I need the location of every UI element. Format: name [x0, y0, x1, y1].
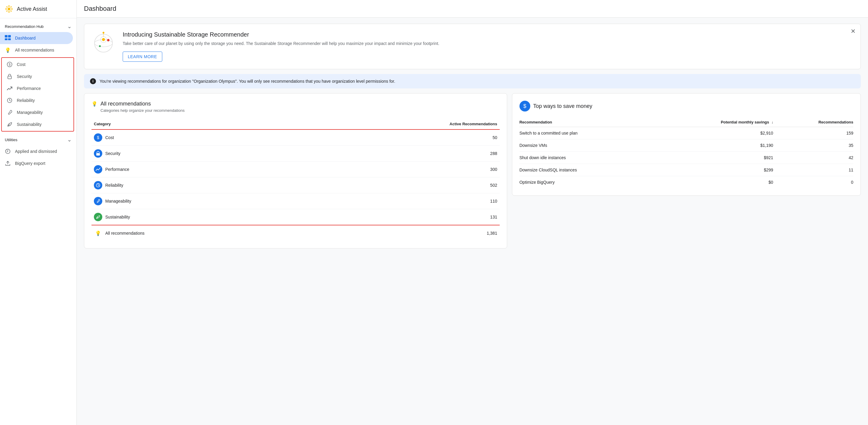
sidebar-item-all-recommendations[interactable]: 💡 All recommendations	[0, 44, 73, 56]
sidebar-item-dashboard[interactable]: Dashboard	[0, 32, 73, 44]
category-cell-cost: $ Cost	[94, 133, 299, 142]
sidebar-item-cost[interactable]: $ Cost	[2, 59, 73, 70]
sidebar-item-security[interactable]: Security	[2, 70, 73, 83]
savings-row[interactable]: Downsize VMs $1,190 35	[520, 139, 853, 152]
savings-amount-2: $921	[653, 152, 773, 164]
savings-title-row: $ Top ways to save money	[520, 101, 853, 111]
svg-rect-23	[96, 153, 100, 156]
banner-text-area: Introducing Sustainable Storage Recommen…	[123, 31, 853, 62]
cost-row-label: Cost	[105, 135, 114, 140]
table-row[interactable]: Manageability 110	[91, 193, 500, 209]
recommendations-card: 💡 All recommendations Categories help or…	[84, 93, 507, 249]
trending-up-icon	[7, 86, 12, 91]
table-row[interactable]: Sustainability 131	[91, 209, 500, 225]
cards-row: 💡 All recommendations Categories help or…	[84, 93, 861, 249]
manageability-cat-icon	[94, 197, 102, 205]
savings-table: Recommendation Potential monthly savings…	[520, 118, 853, 188]
rec-card-subtitle: Categories help organize your recommenda…	[91, 108, 500, 113]
svg-point-15	[94, 34, 113, 52]
category-cell-all: 💡 All recommendations	[94, 229, 299, 237]
leaf-icon	[7, 121, 12, 127]
reliability-cat-icon	[94, 181, 102, 189]
recommendation-hub-header[interactable]: Recommendation Hub ⌄	[0, 18, 76, 32]
savings-row[interactable]: Shut down idle instances $921 42	[520, 152, 853, 164]
upload-icon	[5, 160, 11, 166]
svg-text:$: $	[9, 63, 10, 66]
banner-title: Introducing Sustainable Storage Recommen…	[123, 31, 853, 38]
history-icon	[5, 149, 11, 154]
main-content-area: Dashboard Introducing Sustainable Stor	[77, 0, 868, 425]
sidebar-item-performance[interactable]: Performance	[2, 83, 73, 94]
rec-table-header-active: Active Recommendations	[301, 119, 500, 129]
savings-row[interactable]: Switch to a committed use plan $2,910 15…	[520, 127, 853, 139]
recommendation-hub-label: Recommendation Hub	[5, 24, 43, 29]
sidebar-category-group: $ Cost Security Performance Reliability	[1, 57, 74, 132]
security-row-label: Security	[105, 151, 121, 156]
savings-count-3: 11	[773, 164, 853, 176]
manageability-count: 110	[301, 193, 500, 209]
performance-label: Performance	[17, 86, 41, 91]
lightbulb-icon: 💡	[5, 47, 11, 53]
page-header: Dashboard	[77, 0, 868, 18]
sidebar-item-applied-dismissed[interactable]: Applied and dismissed	[0, 145, 73, 157]
info-bar-message: You're viewing recommendations for organ…	[100, 79, 395, 84]
category-cell-security: Security	[94, 149, 299, 158]
savings-count-1: 35	[773, 139, 853, 152]
app-title: Active Assist	[17, 6, 47, 12]
table-row[interactable]: Security 288	[91, 146, 500, 162]
sidebar-item-manageability[interactable]: Manageability	[2, 106, 73, 119]
table-row[interactable]: $ Cost 50	[91, 129, 500, 146]
sustainable-storage-banner: Introducing Sustainable Storage Recommen…	[84, 24, 861, 69]
savings-rec-0: Switch to a committed use plan	[520, 127, 653, 139]
sustainability-label: Sustainability	[17, 122, 42, 127]
savings-rec-2: Shut down idle instances	[520, 152, 653, 164]
table-row[interactable]: Performance 300	[91, 162, 500, 177]
banner-description: Take better care of our planet by using …	[123, 40, 853, 47]
savings-header-count: Recommendations	[773, 118, 853, 127]
savings-row[interactable]: Optimize BigQuery $0 0	[520, 176, 853, 189]
sidebar-item-sustainability[interactable]: Sustainability	[2, 119, 73, 130]
sustainability-count: 131	[301, 209, 500, 225]
recommendation-hub-chevron: ⌄	[67, 23, 72, 30]
svg-rect-12	[8, 76, 11, 79]
savings-dollar-icon: $	[520, 101, 530, 111]
table-row-all[interactable]: 💡 All recommendations 1,381	[91, 225, 500, 241]
savings-row[interactable]: Downsize CloudSQL instances $299 11	[520, 164, 853, 176]
banner-close-button[interactable]: ✕	[850, 28, 856, 35]
manageability-row-label: Manageability	[105, 199, 131, 203]
rec-card-title: All recommendations	[100, 101, 151, 107]
savings-title: Top ways to save money	[533, 103, 592, 109]
savings-count-0: 159	[773, 127, 853, 139]
applied-dismissed-label: Applied and dismissed	[15, 149, 57, 154]
page-title: Dashboard	[84, 5, 116, 12]
sustainability-row-label: Sustainability	[105, 215, 130, 219]
reliability-row-label: Reliability	[105, 183, 123, 188]
sort-icon: ↓	[771, 120, 773, 124]
svg-point-20	[99, 45, 101, 47]
dashboard-icon	[5, 35, 11, 41]
cost-count: 50	[301, 129, 500, 146]
category-cell-performance: Performance	[94, 165, 299, 173]
savings-amount-4: $0	[653, 176, 773, 189]
learn-more-button[interactable]: LEARN MORE	[123, 52, 162, 62]
utilities-label: Utilities	[5, 138, 18, 142]
performance-cat-icon	[94, 165, 102, 173]
reliability-count: 502	[301, 177, 500, 193]
sidebar-item-reliability[interactable]: Reliability	[2, 94, 73, 106]
bigquery-export-label: BigQuery export	[15, 161, 45, 166]
reliability-label: Reliability	[17, 98, 35, 103]
manageability-label: Manageability	[17, 110, 42, 115]
svg-point-1	[8, 8, 10, 10]
savings-count-4: 0	[773, 176, 853, 189]
sidebar-item-bigquery-export[interactable]: BigQuery export	[0, 157, 73, 169]
wrench-icon	[7, 109, 12, 116]
utilities-header[interactable]: Utilities ⌄	[0, 133, 76, 145]
sidebar-header: Active Assist	[0, 0, 76, 18]
table-row[interactable]: Reliability 502	[91, 177, 500, 193]
category-cell-sustainability: Sustainability	[94, 213, 299, 221]
rec-table-header-category: Category	[91, 119, 301, 129]
category-cell-manageability: Manageability	[94, 197, 299, 205]
savings-card: $ Top ways to save money Recommendation …	[512, 93, 861, 196]
cost-cat-icon: $	[94, 133, 102, 142]
savings-header-recommendation: Recommendation	[520, 118, 653, 127]
